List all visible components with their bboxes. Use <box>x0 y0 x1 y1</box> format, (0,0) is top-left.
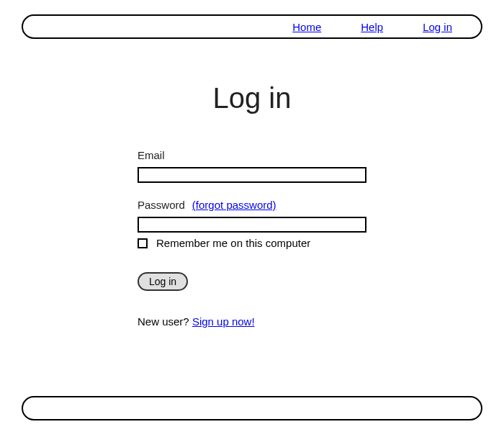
footer-bar <box>22 396 482 420</box>
email-label: Email <box>138 149 165 161</box>
signup-prompt-row: New user? Sign up now! <box>138 315 366 328</box>
signup-prompt: New user? <box>138 315 192 328</box>
top-nav: Home Help Log in <box>22 14 482 39</box>
remember-checkbox[interactable] <box>138 238 148 248</box>
forgot-password-link[interactable]: (forgot password) <box>192 199 276 211</box>
email-field[interactable] <box>138 167 366 183</box>
main-content: Log in Email Password (forgot password) … <box>22 39 482 328</box>
nav-login-link[interactable]: Log in <box>423 21 452 33</box>
signup-link[interactable]: Sign up now! <box>192 315 255 328</box>
remember-label: Remember me on this computer <box>156 237 310 249</box>
login-button[interactable]: Log in <box>138 272 188 291</box>
password-label: Password <box>138 199 185 211</box>
password-field[interactable] <box>138 217 366 233</box>
nav-help-link[interactable]: Help <box>361 21 383 33</box>
login-form: Email Password (forgot password) Remembe… <box>138 149 366 328</box>
page-title: Log in <box>213 82 292 114</box>
nav-home-link[interactable]: Home <box>292 21 321 33</box>
